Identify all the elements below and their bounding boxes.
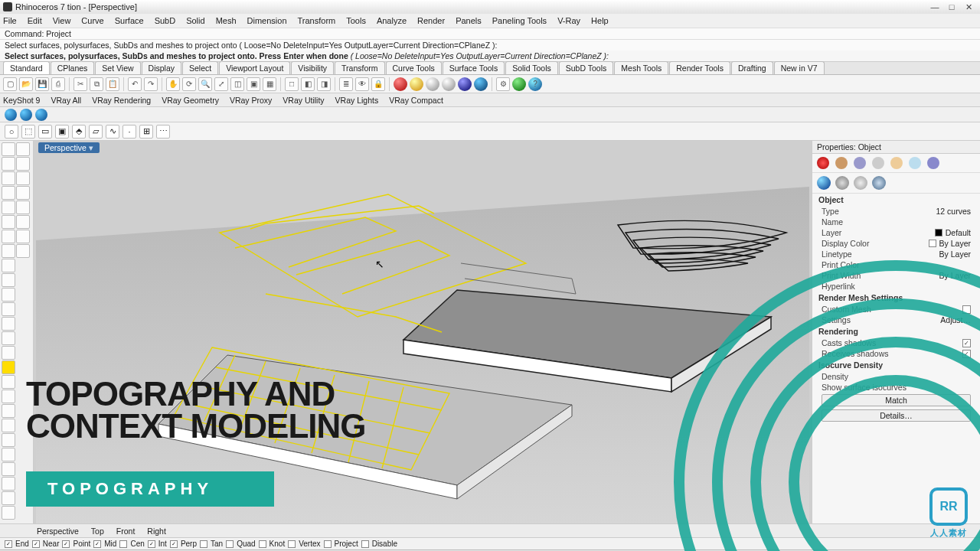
grasshopper-icon[interactable] bbox=[512, 77, 526, 91]
layers-tab-icon[interactable] bbox=[835, 157, 848, 169]
undo-icon[interactable]: ↶ bbox=[128, 77, 142, 91]
tab-render-tools[interactable]: Render Tools bbox=[669, 61, 730, 74]
print-icon[interactable]: ⎙ bbox=[51, 77, 65, 91]
tab-drafting[interactable]: Drafting bbox=[731, 61, 773, 74]
split-icon[interactable] bbox=[2, 404, 15, 418]
val-display-color[interactable]: By Layer bbox=[929, 239, 971, 248]
tab-new-in-v7[interactable]: New in V7 bbox=[774, 61, 825, 74]
osnap-label-end[interactable]: End bbox=[15, 540, 29, 548]
named-views-icon[interactable]: □ bbox=[285, 77, 299, 91]
osnap-label-project[interactable]: Project bbox=[335, 540, 358, 548]
match-button[interactable]: Match bbox=[822, 394, 971, 406]
minimize-button[interactable]: — bbox=[926, 2, 943, 11]
osnap-cen[interactable] bbox=[119, 540, 127, 548]
rotate-icon[interactable] bbox=[16, 142, 30, 156]
osnap-tan[interactable] bbox=[200, 540, 207, 548]
circle-icon[interactable] bbox=[2, 201, 15, 214]
tab-set-view[interactable]: Set View bbox=[95, 61, 140, 74]
osnap-disable[interactable] bbox=[361, 540, 369, 548]
chk-custom-mesh[interactable] bbox=[962, 305, 971, 314]
osnap-label-vertex[interactable]: Vertex bbox=[299, 540, 320, 548]
details-button[interactable]: Details… bbox=[822, 409, 971, 422]
maximize-button[interactable]: □ bbox=[943, 2, 960, 11]
vtab-perspective[interactable]: Perspective bbox=[37, 527, 79, 536]
osnap-label-tan[interactable]: Tan bbox=[211, 540, 223, 548]
dim-icon[interactable] bbox=[2, 302, 15, 316]
object-props-icon[interactable] bbox=[817, 176, 831, 190]
sel-none-icon[interactable]: ⬚ bbox=[21, 125, 35, 139]
keyshot-link-icon[interactable] bbox=[5, 109, 17, 121]
point-icon[interactable] bbox=[2, 273, 15, 287]
properties-tab-icon[interactable] bbox=[817, 157, 829, 169]
layers-icon[interactable]: ≣ bbox=[339, 77, 353, 91]
chk-casts[interactable]: ✓ bbox=[962, 339, 971, 347]
menu-vray[interactable]: V-Ray bbox=[557, 16, 580, 25]
zoom-selected-icon[interactable]: ▣ bbox=[247, 77, 260, 91]
solid-icon[interactable] bbox=[2, 331, 15, 345]
block-icon[interactable] bbox=[16, 215, 30, 229]
new-icon[interactable]: ▢ bbox=[3, 77, 17, 91]
viewport[interactable]: Perspective▾ bbox=[34, 141, 812, 523]
menu-render[interactable]: Render bbox=[417, 16, 445, 25]
tab-solid-tools[interactable]: Solid Tools bbox=[505, 61, 558, 74]
paste-icon[interactable]: 📋 bbox=[106, 77, 119, 91]
menu-edit[interactable]: Edit bbox=[28, 16, 42, 25]
render-icon[interactable] bbox=[16, 244, 30, 258]
menu-analyze[interactable]: Analyze bbox=[377, 16, 407, 25]
notifications-tab-icon[interactable] bbox=[927, 157, 939, 169]
chamfer-icon[interactable] bbox=[2, 448, 15, 461]
tab-vray-lights[interactable]: VRay Lights bbox=[335, 96, 379, 105]
osnap-label-quad[interactable]: Quad bbox=[237, 540, 255, 548]
join-icon[interactable] bbox=[2, 375, 15, 389]
fillet-icon[interactable] bbox=[2, 433, 15, 447]
osnap-label-disable[interactable]: Disable bbox=[372, 540, 397, 548]
cut-icon[interactable]: ✂ bbox=[74, 77, 87, 91]
tab-cplanes[interactable]: CPlanes bbox=[51, 61, 95, 74]
command-prompt[interactable]: Select surfaces, polysurfaces, SubDs and… bbox=[0, 51, 980, 62]
rect-icon[interactable] bbox=[2, 230, 15, 243]
vtab-front[interactable]: Front bbox=[116, 527, 136, 536]
render-shaded-icon[interactable] bbox=[410, 77, 423, 91]
val-settings[interactable]: Adjust… bbox=[940, 315, 971, 324]
sel-pt-icon[interactable]: · bbox=[122, 125, 136, 139]
command-prompt-options[interactable]: ( Loose=No DeleteInput=Yes OutputLayer=C… bbox=[351, 51, 609, 60]
tab-vray-rendering[interactable]: VRay Rendering bbox=[92, 96, 151, 105]
libraries-tab-icon[interactable] bbox=[890, 157, 903, 169]
close-button[interactable]: ✕ bbox=[960, 2, 977, 12]
polyline-icon[interactable] bbox=[2, 171, 15, 185]
render-wire-icon[interactable] bbox=[426, 77, 439, 91]
val-linetype[interactable]: By Layer bbox=[939, 249, 971, 259]
menu-help[interactable]: Help bbox=[591, 16, 609, 25]
tab-vray-geometry[interactable]: VRay Geometry bbox=[162, 96, 219, 105]
tab-curve-tools[interactable]: Curve Tools bbox=[386, 61, 442, 74]
osnap-vertex[interactable] bbox=[288, 540, 296, 548]
sel-prev-icon[interactable]: ⬘ bbox=[72, 125, 86, 139]
tab-select[interactable]: Select bbox=[182, 61, 218, 74]
sel-crv-icon[interactable]: ∿ bbox=[106, 125, 119, 139]
lasso-icon[interactable] bbox=[2, 157, 15, 171]
command-input[interactable] bbox=[609, 51, 975, 60]
val-layer[interactable]: Default bbox=[935, 228, 971, 237]
array-icon[interactable] bbox=[2, 477, 15, 491]
osnap-label-int[interactable]: Int bbox=[158, 540, 167, 548]
menu-paneling-tools[interactable]: Paneling Tools bbox=[492, 16, 547, 25]
tab-keyshot[interactable]: KeyShot 9 bbox=[3, 96, 40, 105]
arc-icon[interactable] bbox=[2, 215, 15, 229]
keyshot-render-icon[interactable] bbox=[35, 109, 47, 121]
menu-file[interactable]: File bbox=[3, 16, 17, 25]
trim-icon[interactable] bbox=[2, 390, 15, 403]
set-cplane-icon[interactable]: ◨ bbox=[317, 77, 331, 91]
osnap-mid[interactable]: ✓ bbox=[93, 540, 101, 548]
osnap-knot[interactable] bbox=[259, 540, 266, 548]
align-icon[interactable] bbox=[16, 186, 30, 200]
sel-last-icon[interactable]: ▣ bbox=[55, 125, 69, 139]
osnap-end[interactable]: ✓ bbox=[5, 540, 12, 548]
tab-vray-utility[interactable]: VRay Utility bbox=[283, 96, 324, 105]
redo-icon[interactable]: ↷ bbox=[144, 77, 158, 91]
mirror-icon[interactable] bbox=[16, 171, 30, 185]
sel-srf-icon[interactable]: ▱ bbox=[89, 125, 103, 139]
move-icon[interactable] bbox=[2, 491, 15, 505]
osnap-quad[interactable] bbox=[226, 540, 234, 548]
copy-obj-icon[interactable] bbox=[2, 506, 15, 520]
osnap-project[interactable] bbox=[324, 540, 332, 548]
